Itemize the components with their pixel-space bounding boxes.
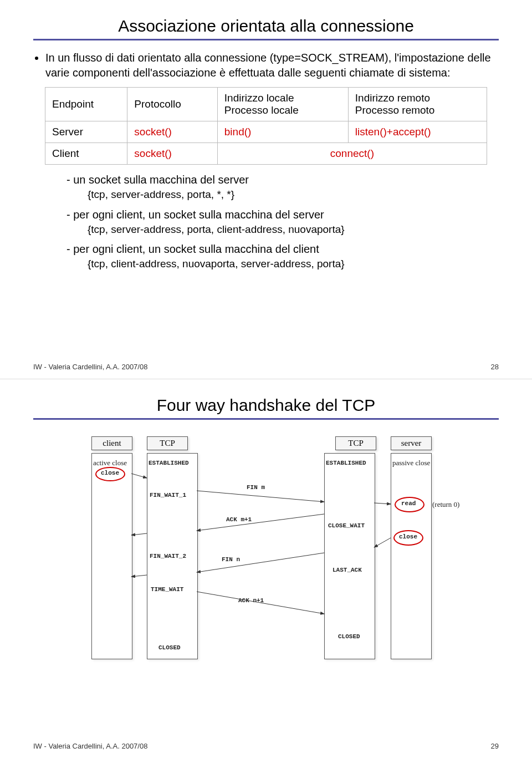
lane-client	[91, 453, 132, 659]
svg-line-2	[374, 503, 391, 504]
footer-2: IW - Valeria Cardellini, A.A. 2007/08 29	[33, 742, 499, 750]
txt-active-close: active close	[93, 459, 127, 467]
footer-right: 28	[491, 363, 499, 371]
desc-2: - per ogni client, un socket sulla macch…	[66, 207, 499, 237]
slide-1: Associazione orientata alla connessione …	[0, 0, 532, 379]
svg-line-0	[131, 474, 147, 478]
td-socket2: socket()	[127, 143, 217, 165]
txt-closed2: CLOSED	[338, 633, 360, 640]
txt-passive-close: passive close	[392, 459, 430, 467]
col-server: server	[391, 436, 432, 450]
slide1-title: Associazione orientata alla connessione	[33, 17, 499, 35]
desc-3: - per ogni client, un socket sulla macch…	[66, 242, 499, 271]
circle-close1	[95, 467, 125, 481]
txt-timewait: TIME_WAIT	[151, 586, 183, 593]
txt-ackm1: ACK m+1	[226, 516, 252, 523]
desc-1: - un socket sulla macchina del server {t…	[66, 172, 499, 202]
socket-descriptions: - un socket sulla macchina del server {t…	[66, 172, 499, 271]
svg-line-1	[197, 491, 324, 502]
td-bind: bind()	[217, 121, 348, 143]
slide-2: Four way handshake del TCP client TCP TC…	[0, 379, 532, 758]
bullet-1: In un flusso di dati orientato alla conn…	[45, 50, 499, 80]
col-tcp1: TCP	[147, 436, 188, 450]
td-client: Client	[45, 143, 127, 165]
txt-finwait2: FIN_WAIT_2	[150, 553, 186, 559]
txt-finn: FIN n	[222, 556, 240, 563]
title-rule-2	[33, 418, 499, 420]
desc-3-sub: {tcp, client-address, nuovaporta, server…	[88, 257, 499, 271]
title-rule	[33, 39, 499, 40]
bullet-list: In un flusso di dati orientato alla conn…	[45, 50, 499, 80]
txt-finm: FIN m	[247, 484, 265, 491]
th-remote: Indirizzo remoto Processo remoto	[348, 88, 487, 121]
td-socket1: socket()	[127, 121, 217, 143]
txt-lastack: LAST_ACK	[332, 567, 362, 573]
desc-1-text: - un socket sulla macchina del server	[66, 172, 499, 187]
svg-line-5	[374, 538, 391, 547]
desc-2-text: - per ogni client, un socket sulla macch…	[66, 207, 499, 222]
txt-est1: ESTABLISHED	[149, 460, 189, 466]
th-protocollo: Protocollo	[127, 88, 217, 121]
desc-2-sub: {tcp, server-address, porta, client-addr…	[88, 222, 499, 237]
footer-left-2: IW - Valeria Cardellini, A.A. 2007/08	[33, 742, 147, 750]
td-listen: listen()+accept()	[348, 121, 487, 143]
col-tcp2: TCP	[335, 436, 376, 450]
txt-closewait: CLOSE_WAIT	[328, 522, 365, 529]
td-connect: connect()	[217, 143, 487, 165]
svg-line-6	[197, 553, 324, 572]
txt-closed1: CLOSED	[158, 644, 181, 651]
lane-tcp2	[324, 453, 375, 659]
col-client: client	[91, 436, 132, 450]
footer-1: IW - Valeria Cardellini, A.A. 2007/08 28	[33, 363, 499, 371]
svg-line-7	[131, 575, 147, 577]
footer-right-2: 29	[491, 742, 499, 750]
td-server: Server	[45, 121, 127, 143]
footer-left: IW - Valeria Cardellini, A.A. 2007/08	[33, 363, 147, 371]
lane-server	[391, 453, 432, 659]
desc-3-text: - per ogni client, un socket sulla macch…	[66, 242, 499, 257]
txt-finwait1: FIN_WAIT_1	[150, 492, 186, 498]
table-row: Client socket() connect()	[45, 143, 487, 165]
circle-read	[395, 497, 424, 512]
circle-close2	[393, 530, 423, 546]
desc-1-sub: {tcp, server-address, porta, *, *}	[88, 187, 499, 202]
table-row: Endpoint Protocollo Indirizzo locale Pro…	[45, 88, 487, 121]
table-row: Server socket() bind() listen()+accept()	[45, 121, 487, 143]
txt-est2: ESTABLISHED	[326, 460, 366, 466]
txt-return0: (return 0)	[432, 500, 459, 509]
association-table: Endpoint Protocollo Indirizzo locale Pro…	[45, 87, 487, 165]
svg-line-4	[131, 533, 147, 535]
svg-line-3	[197, 514, 324, 531]
slide2-title: Four way handshake del TCP	[33, 396, 499, 415]
handshake-diagram: client TCP TCP server active close close…	[61, 436, 471, 675]
th-local: Indirizzo locale Processo locale	[217, 88, 348, 121]
txt-ackn1: ACK n+1	[238, 597, 264, 604]
th-endpoint: Endpoint	[45, 88, 127, 121]
